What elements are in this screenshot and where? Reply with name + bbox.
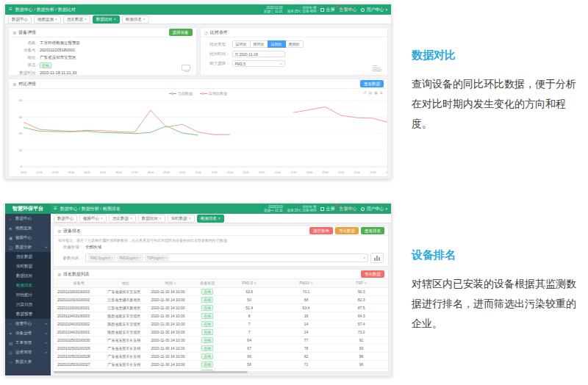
table-row[interactable]: 2020110403100003陕西省延安市宝塔区2020-11-30 14:1… bbox=[54, 312, 388, 320]
table-row[interactable]: 2020110303100001江苏省无锡市新吴区2020-11-30 14:1… bbox=[54, 303, 388, 312]
sort-icon[interactable]: ⇅ bbox=[364, 281, 367, 285]
table-row[interactable]: 2020102503100027广东省东莞市长安镇2020-11-30 14:1… bbox=[54, 360, 388, 368]
column-header-PM2.5[interactable]: PM2.5 ⇅ bbox=[220, 279, 277, 287]
cell: 广东省东莞市长安镇 bbox=[104, 336, 147, 344]
compare-type-日同比[interactable]: 日同比 bbox=[268, 40, 286, 48]
close-icon[interactable]: × bbox=[101, 216, 103, 220]
factor-select[interactable]: PM2.5 ▾ bbox=[232, 60, 285, 67]
data-view-icon[interactable]: ▤ bbox=[368, 90, 372, 95]
page-canvas: ≡ 数据中心 / 数据分析 / 数据比对 2020/11/18 星期三 11:2… bbox=[0, 0, 588, 385]
sidebar-subitem-实时数据[interactable]: 实时数据 bbox=[5, 262, 51, 271]
legend-item[interactable]: 当前数据 bbox=[169, 91, 193, 96]
tab-视频中心[interactable]: 视频中心× bbox=[79, 215, 107, 223]
清空条件-button[interactable]: 清空条件 bbox=[309, 227, 333, 234]
fullscreen-button[interactable]: 全屏 bbox=[320, 206, 334, 212]
tab-数据比对[interactable]: 数据比对× bbox=[138, 215, 165, 223]
tab-检测排名[interactable]: 检测排名× bbox=[122, 15, 149, 24]
sidebar-subitem-数据预警[interactable]: 数据预警 bbox=[5, 309, 51, 319]
sidebar-item-视频中心[interactable]: ▣视频中心 bbox=[5, 233, 51, 242]
sort-icon[interactable]: ⇅ bbox=[173, 281, 176, 285]
table-row[interactable]: 2020110403100002陕西省延安市宝塔区2020-11-30 14:1… bbox=[54, 320, 388, 328]
close-icon[interactable]: × bbox=[159, 216, 162, 220]
param-multiselect[interactable]: PM2.5(ug/m³)×PM10(ug/m³)×TSP(ug/m³)×▾ bbox=[85, 253, 368, 262]
close-icon[interactable]: × bbox=[130, 216, 132, 220]
close-icon[interactable]: × bbox=[55, 17, 57, 21]
horizontal-scrollbar[interactable] bbox=[54, 371, 388, 373]
fullscreen-button[interactable]: 全屏 bbox=[320, 7, 334, 13]
close-icon[interactable]: × bbox=[143, 17, 146, 21]
compare-type-日环比[interactable]: 日环比 bbox=[232, 40, 251, 48]
save-image-icon[interactable]: ▦ bbox=[374, 90, 378, 95]
user-center-button[interactable]: 用户中心 ▾ bbox=[361, 7, 387, 13]
table-row[interactable]: 2020102503100029广东省东莞市长安镇2020-11-30 14:1… bbox=[54, 344, 388, 352]
remove-tag-icon[interactable]: × bbox=[112, 256, 114, 260]
close-icon[interactable]: × bbox=[218, 216, 220, 220]
sidebar-subitem-环比统计[interactable]: 环比统计 bbox=[5, 290, 51, 300]
restore-icon[interactable]: ↺ bbox=[363, 90, 366, 95]
查看排名-button[interactable]: 查看排名 bbox=[361, 227, 384, 234]
alert-center-button[interactable]: 告警中心 bbox=[339, 206, 356, 212]
导出数据-button[interactable]: 导出数据 bbox=[335, 227, 359, 234]
compare-type-周环比[interactable]: 周环比 bbox=[250, 40, 268, 48]
export-data-button[interactable]: 导出数据 bbox=[361, 270, 384, 278]
compare-type-周同比[interactable]: 周同比 bbox=[285, 40, 304, 48]
download-icon[interactable]: ⇊ bbox=[380, 90, 383, 95]
close-icon[interactable]: × bbox=[114, 17, 116, 21]
remove-tag-icon[interactable]: × bbox=[139, 256, 141, 260]
table-row[interactable]: 2020102503100028广东省东莞市长安镇2020-11-30 14:1… bbox=[54, 352, 388, 360]
tab-历史数据[interactable]: 历史数据× bbox=[63, 15, 90, 24]
sort-icon[interactable]: ⇅ bbox=[310, 281, 313, 285]
tab-检测排名[interactable]: 检测排名× bbox=[197, 215, 224, 223]
sidebar-item-数据大屏[interactable]: ▭数据大屏 bbox=[5, 357, 51, 367]
sidebar-item-运维管理[interactable]: ◎运维管理▸ bbox=[5, 348, 51, 357]
field-value: 2020-11-18 11:21:33 bbox=[40, 71, 76, 75]
sort-icon[interactable]: ⇅ bbox=[254, 281, 257, 285]
sidebar-item-设备运维[interactable]: ✦设备运维▸ bbox=[5, 328, 51, 338]
column-header-时间[interactable]: 时间 ⇅ bbox=[147, 279, 194, 287]
close-icon[interactable]: × bbox=[85, 17, 87, 21]
sidebar-item-label: 数据大屏 bbox=[15, 359, 32, 364]
tab-实时数据[interactable]: 实时数据× bbox=[168, 215, 195, 223]
chevron-down-icon: ▾ bbox=[385, 206, 387, 211]
date-picker-input[interactable]: 2020-11-18 bbox=[232, 51, 285, 57]
alert-center-button[interactable]: 告警中心 bbox=[339, 7, 356, 13]
sidebar-subitem-历史数据[interactable]: 历史数据 bbox=[5, 252, 51, 262]
cell: 2020110303100001 bbox=[54, 303, 104, 312]
table-row[interactable]: 2020110403100001陕西省延安市宝塔区2020-11-30 14:1… bbox=[54, 328, 388, 336]
sidebar-item-工单管理[interactable]: ▤工单管理▸ bbox=[5, 338, 51, 348]
home-icon: ⌂ bbox=[9, 217, 13, 221]
bar-chart-button[interactable] bbox=[370, 253, 384, 263]
hamburger-icon[interactable]: ≡ bbox=[54, 206, 57, 212]
tab-数据中心[interactable]: 数据中心 bbox=[8, 15, 32, 24]
table-row[interactable]: 2020110303100002江苏省无锡市新吴区2020-11-30 14:1… bbox=[54, 295, 388, 303]
close-icon[interactable]: × bbox=[189, 216, 191, 220]
status-badge: 在线 bbox=[201, 337, 213, 343]
sidebar-item-报警中心[interactable]: ◔报警中心▸ bbox=[5, 319, 51, 328]
sidebar-subitem-数据比对[interactable]: 数据比对 bbox=[5, 271, 51, 281]
table-row[interactable]: 2020102503100030广东省东莞市长安镇2020-11-30 14:1… bbox=[54, 336, 388, 344]
sidebar-subitem-污染日历[interactable]: 污染日历 bbox=[5, 300, 51, 309]
user-center-button[interactable]: 用户中心 ▾ bbox=[361, 206, 387, 212]
tab-数据比对[interactable]: 数据比对× bbox=[93, 15, 120, 24]
legend-circle bbox=[171, 93, 173, 95]
select-device-button[interactable]: 选择设备 bbox=[169, 29, 193, 36]
weather-info: 深圳市 晴 温度:25℃ 湿度:46% bbox=[287, 205, 317, 212]
tab-地图监测[interactable]: 地图监测× bbox=[34, 15, 61, 24]
shot1-appbar: ≡ 数据中心 / 数据分析 / 数据比对 2020/11/18 星期三 11:2… bbox=[5, 4, 391, 15]
cell: 2020-11-30 14:10:00 bbox=[147, 320, 194, 328]
column-header-TSP[interactable]: TSP ⇅ bbox=[334, 279, 388, 287]
view-data-button[interactable]: 查看数据 bbox=[360, 80, 384, 87]
sidebar-item-地图监测[interactable]: ◈地图监测 bbox=[5, 223, 51, 233]
sidebar-item-数据分析[interactable]: ◫数据分析▾ bbox=[5, 242, 51, 252]
table-row[interactable]: 2020110303100003广东省深圳市宝安区2020-11-30 14:1… bbox=[54, 287, 388, 295]
sidebar-item-数据中心[interactable]: ⌂数据中心 bbox=[5, 214, 51, 223]
remove-tag-icon[interactable]: × bbox=[165, 256, 167, 260]
column-header-PM10[interactable]: PM10 ⇅ bbox=[278, 279, 334, 287]
region-value[interactable]: 全部区域 bbox=[85, 245, 101, 250]
sidebar-subitem-检测排名[interactable]: 检测排名 bbox=[5, 281, 51, 290]
tab-数据中心[interactable]: 数据中心 bbox=[54, 215, 77, 223]
legend-item[interactable]: 日同比数据 bbox=[200, 91, 227, 96]
svg-text:17:00: 17:00 bbox=[290, 171, 296, 174]
hamburger-icon[interactable]: ≡ bbox=[9, 7, 12, 12]
tab-历史数据[interactable]: 历史数据× bbox=[109, 215, 136, 223]
